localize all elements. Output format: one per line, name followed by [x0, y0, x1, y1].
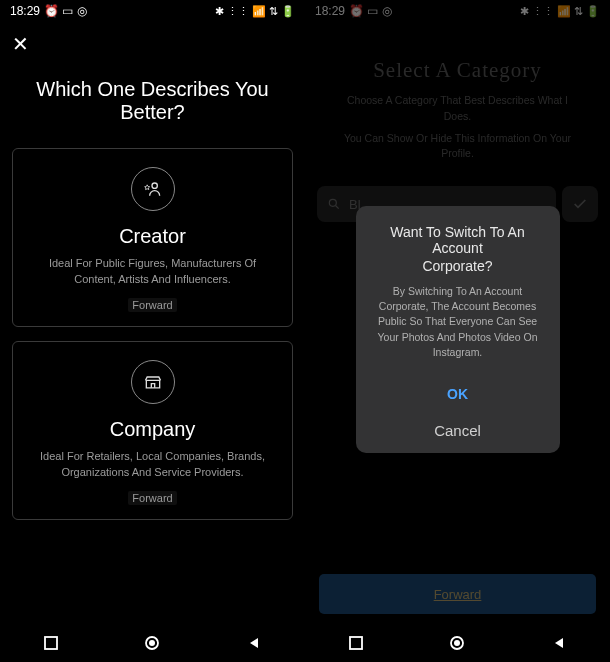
category-title: Select A Category: [305, 22, 610, 93]
nav-back-icon[interactable]: [551, 635, 567, 651]
dialog-ok-button[interactable]: OK: [368, 376, 548, 412]
search-icon: [327, 197, 341, 211]
company-icon: [131, 360, 175, 404]
forward-button-label: Forward: [434, 587, 482, 602]
category-subtitle-2: You Can Show Or Hide This Information On…: [305, 131, 610, 169]
android-navbar: [0, 624, 305, 662]
forward-button[interactable]: Forward: [319, 574, 596, 614]
nav-home-icon[interactable]: [144, 635, 160, 651]
nav-back-icon[interactable]: [246, 635, 262, 651]
card-company-title: Company: [110, 418, 196, 441]
svg-point-4: [329, 199, 336, 206]
screen-describe-you: 18:29 ⏰ ▭ ◎ ✱ ⋮⋮ 📶 ⇅ 🔋 ✕ Which One Descr…: [0, 0, 305, 662]
svg-point-3: [149, 640, 155, 646]
creator-icon: [131, 167, 175, 211]
svg-rect-5: [350, 637, 362, 649]
card-creator-forward[interactable]: Forward: [128, 298, 176, 312]
close-icon[interactable]: ✕: [12, 33, 29, 55]
status-icons-right: ✱ ⋮⋮ 📶 ⇅ 🔋: [520, 5, 600, 18]
svg-point-0: [152, 183, 157, 188]
card-creator-title: Creator: [119, 225, 186, 248]
dialog-body: By Switching To An Account Corporate, Th…: [368, 284, 548, 360]
dialog-title-line2: Corporate?: [368, 258, 548, 274]
android-navbar-right: [305, 624, 610, 662]
svg-point-7: [454, 640, 460, 646]
screen-select-category: 18:29 ⏰ ▭ ◎ ✱ ⋮⋮ 📶 ⇅ 🔋 Select A Category…: [305, 0, 610, 662]
check-icon: [572, 196, 588, 212]
card-creator[interactable]: Creator Ideal For Public Figures, Manufa…: [12, 148, 293, 327]
category-subtitle-1: Choose A Category That Best Describes Wh…: [305, 93, 610, 131]
status-bar-right: 18:29 ⏰ ▭ ◎ ✱ ⋮⋮ 📶 ⇅ 🔋: [305, 0, 610, 22]
nav-recent-icon[interactable]: [43, 635, 59, 651]
dialog-title-line1: Want To Switch To An Account: [368, 224, 548, 256]
nav-home-icon[interactable]: [449, 635, 465, 651]
status-time: 18:29: [10, 4, 40, 18]
dialog-cancel-button[interactable]: Cancel: [368, 412, 548, 445]
svg-rect-1: [45, 637, 57, 649]
page-title: Which One Describes You Better?: [0, 62, 305, 148]
card-company-forward[interactable]: Forward: [128, 491, 176, 505]
card-company-desc: Ideal For Retailers, Local Companies, Br…: [27, 449, 278, 481]
card-creator-desc: Ideal For Public Figures, Manufacturers …: [27, 256, 278, 288]
card-company[interactable]: Company Ideal For Retailers, Local Compa…: [12, 341, 293, 520]
nav-recent-icon[interactable]: [348, 635, 364, 651]
confirm-check[interactable]: [562, 186, 598, 222]
status-bar: 18:29 ⏰ ▭ ◎ ✱ ⋮⋮ 📶 ⇅ 🔋: [0, 0, 305, 22]
status-icons-left: ⏰ ▭ ◎: [349, 4, 392, 18]
switch-account-dialog: Want To Switch To An Account Corporate? …: [356, 206, 560, 453]
status-icons-left: ⏰ ▭ ◎: [44, 4, 87, 18]
status-icons-right: ✱ ⋮⋮ 📶 ⇅ 🔋: [215, 5, 295, 18]
status-time: 18:29: [315, 4, 345, 18]
